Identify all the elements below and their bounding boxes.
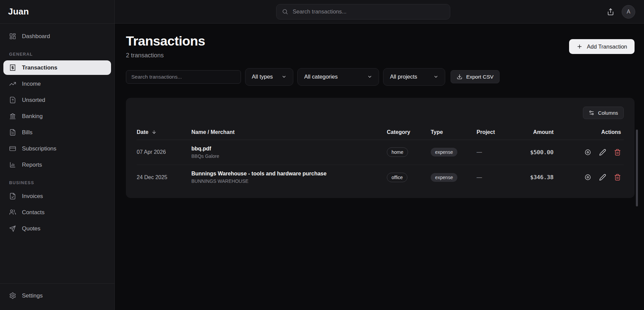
global-search[interactable] bbox=[276, 4, 450, 20]
transaction-name[interactable]: Bunnings Warehouse - tools and hardware … bbox=[191, 171, 387, 177]
category-filter-select[interactable]: All categories bbox=[297, 68, 379, 86]
header-category[interactable]: Category bbox=[387, 129, 431, 135]
filters-bar: All types All categories All projects Ex… bbox=[126, 68, 635, 86]
columns-button[interactable]: Columns bbox=[583, 107, 624, 119]
file-text-icon bbox=[9, 129, 16, 136]
category-badge: home bbox=[387, 147, 408, 157]
receipt-icon bbox=[9, 64, 16, 71]
chevron-down-icon bbox=[367, 74, 372, 79]
sidebar-item-label: Income bbox=[22, 81, 41, 87]
sidebar-section-general: GENERAL bbox=[3, 45, 111, 60]
send-icon bbox=[9, 225, 16, 232]
sidebar-item-reports[interactable]: Reports bbox=[3, 158, 111, 172]
add-transaction-button[interactable]: Add Transaction bbox=[569, 39, 635, 54]
dashboard-icon bbox=[9, 33, 16, 40]
cell-actions bbox=[554, 149, 624, 156]
page-title: Transactions bbox=[126, 34, 205, 49]
view-button[interactable] bbox=[584, 149, 591, 156]
transaction-merchant: BBQs Galore bbox=[191, 153, 387, 159]
share-button[interactable] bbox=[607, 8, 614, 16]
header-type[interactable]: Type bbox=[431, 129, 477, 135]
chevron-down-icon bbox=[281, 74, 287, 79]
sidebar-item-label: Settings bbox=[22, 292, 43, 299]
header-date[interactable]: Date bbox=[137, 129, 191, 135]
bank-icon bbox=[9, 113, 16, 120]
delete-button[interactable] bbox=[614, 174, 621, 181]
global-search-input[interactable] bbox=[293, 8, 445, 15]
export-csv-button[interactable]: Export CSV bbox=[451, 70, 500, 83]
sidebar-item-transactions[interactable]: Transactions bbox=[3, 60, 111, 75]
edit-button[interactable] bbox=[599, 149, 606, 156]
type-filter-select[interactable]: All types bbox=[245, 68, 293, 86]
table-row[interactable]: 07 Apr 2026 bbq.pdf BBQs Galore home exp… bbox=[137, 140, 624, 165]
cell-date: 07 Apr 2026 bbox=[137, 149, 191, 155]
transactions-card: Columns Date Name / Merchant Category Ty… bbox=[126, 98, 635, 198]
trash-icon bbox=[614, 174, 621, 181]
header-project[interactable]: Project bbox=[477, 129, 516, 135]
sidebar-item-banking[interactable]: Banking bbox=[3, 109, 111, 123]
sidebar-item-bills[interactable]: Bills bbox=[3, 125, 111, 140]
cell-category: home bbox=[387, 147, 431, 157]
sidebar-item-contacts[interactable]: Contacts bbox=[3, 205, 111, 220]
project-filter-select[interactable]: All projects bbox=[383, 68, 445, 86]
pencil-icon bbox=[599, 149, 606, 156]
table-row[interactable]: 24 Dec 2025 Bunnings Warehouse - tools a… bbox=[137, 165, 624, 190]
avatar[interactable]: A bbox=[622, 5, 635, 19]
transactions-table: Date Name / Merchant Category Type Proje… bbox=[137, 124, 624, 190]
header-amount[interactable]: Amount bbox=[516, 129, 554, 135]
sidebar-nav: Dashboard GENERAL Transactions Income Un… bbox=[0, 24, 114, 283]
file-question-icon bbox=[9, 96, 16, 104]
search-icon bbox=[282, 8, 288, 15]
topbar-actions: A bbox=[607, 5, 635, 19]
trending-up-icon bbox=[9, 80, 16, 87]
type-badge: expense bbox=[431, 173, 457, 182]
sidebar-item-dashboard[interactable]: Dashboard bbox=[3, 29, 111, 44]
sidebar-item-label: Bills bbox=[22, 129, 32, 136]
type-badge: expense bbox=[431, 148, 457, 157]
edit-button[interactable] bbox=[599, 174, 606, 181]
sidebar-item-label: Reports bbox=[22, 162, 42, 168]
cell-name: Bunnings Warehouse - tools and hardware … bbox=[191, 171, 387, 184]
cell-amount: $500.00 bbox=[516, 149, 554, 156]
category-badge: office bbox=[387, 173, 407, 182]
chevron-down-icon bbox=[433, 74, 438, 79]
columns-label: Columns bbox=[598, 110, 618, 116]
project-filter-value: All projects bbox=[390, 74, 417, 80]
filter-search-input[interactable] bbox=[126, 70, 241, 84]
header-actions: Actions bbox=[554, 129, 624, 135]
sidebar-item-settings[interactable]: Settings bbox=[3, 288, 111, 303]
download-icon bbox=[457, 74, 462, 80]
sidebar-item-label: Subscriptions bbox=[22, 145, 56, 152]
sidebar-item-unsorted[interactable]: Unsorted bbox=[3, 93, 111, 107]
sidebar-section-business: BUSINESS bbox=[3, 174, 111, 189]
sort-descending-icon bbox=[152, 130, 157, 135]
sidebar-item-label: Invoices bbox=[22, 193, 43, 200]
delete-button[interactable] bbox=[614, 149, 621, 156]
sidebar-item-invoices[interactable]: Invoices bbox=[3, 189, 111, 203]
sidebar: Juan Dashboard GENERAL Transactions Inco… bbox=[0, 0, 115, 310]
share-icon bbox=[607, 8, 614, 16]
page-title-block: Transactions 2 transactions bbox=[126, 34, 205, 59]
header-name[interactable]: Name / Merchant bbox=[191, 129, 387, 135]
cell-amount: $346.38 bbox=[516, 174, 554, 180]
page-header: Transactions 2 transactions Add Transact… bbox=[126, 34, 635, 59]
eye-icon bbox=[584, 174, 591, 181]
sidebar-item-label: Banking bbox=[22, 113, 43, 120]
sidebar-item-income[interactable]: Income bbox=[3, 77, 111, 91]
cell-actions bbox=[554, 174, 624, 181]
export-csv-label: Export CSV bbox=[466, 74, 493, 80]
eye-icon bbox=[584, 149, 591, 156]
pencil-icon bbox=[599, 174, 606, 181]
plus-icon bbox=[576, 44, 583, 50]
add-transaction-label: Add Transaction bbox=[587, 44, 627, 50]
transaction-name[interactable]: bbq.pdf bbox=[191, 146, 387, 152]
cell-project: — bbox=[477, 149, 516, 155]
sidebar-item-subscriptions[interactable]: Subscriptions bbox=[3, 141, 111, 156]
cell-name: bbq.pdf BBQs Galore bbox=[191, 146, 387, 159]
scrollbar-thumb[interactable] bbox=[636, 130, 638, 206]
view-button[interactable] bbox=[584, 174, 591, 181]
cell-date: 24 Dec 2025 bbox=[137, 174, 191, 180]
content-column: A Transactions 2 transactions Add Transa… bbox=[115, 0, 644, 310]
main-content: Transactions 2 transactions Add Transact… bbox=[115, 24, 644, 310]
sidebar-item-quotes[interactable]: Quotes bbox=[3, 221, 111, 236]
